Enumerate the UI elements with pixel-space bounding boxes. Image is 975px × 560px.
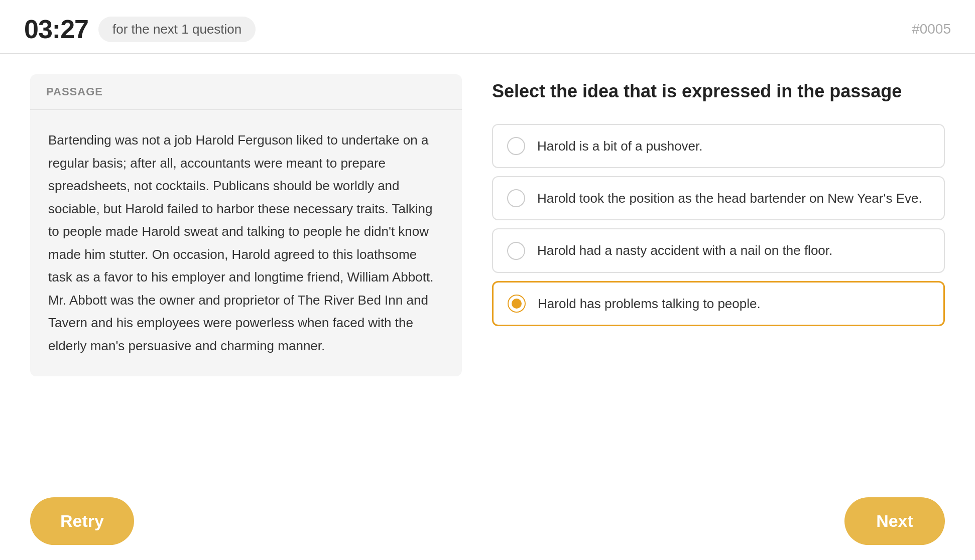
passage-panel: PASSAGE Bartending was not a job Harold … [30, 74, 462, 376]
option-d[interactable]: Harold has problems talking to people. [492, 281, 945, 326]
passage-body: Bartending was not a job Harold Ferguson… [30, 110, 462, 376]
option-b[interactable]: Harold took the position as the head bar… [492, 176, 945, 220]
timer-display: 03:27 [24, 14, 88, 44]
passage-label: PASSAGE [46, 85, 103, 98]
question-title: Select the idea that is expressed in the… [492, 79, 945, 104]
footer: Retry Next [0, 482, 975, 560]
option-c[interactable]: Harold had a nasty accident with a nail … [492, 228, 945, 272]
main-content: PASSAGE Bartending was not a job Harold … [0, 74, 975, 376]
option-a[interactable]: Harold is a bit of a pushover. [492, 124, 945, 168]
question-id: #0005 [912, 21, 951, 37]
radio-b[interactable] [507, 189, 525, 207]
timer-badge: for the next 1 question [98, 17, 256, 42]
radio-a[interactable] [507, 137, 525, 155]
radio-d-fill [512, 299, 522, 309]
options-list: Harold is a bit of a pushover. Harold to… [492, 124, 945, 327]
passage-header: PASSAGE [30, 74, 462, 110]
option-c-text: Harold had a nasty accident with a nail … [537, 241, 832, 259]
header: 03:27 for the next 1 question #0005 [0, 0, 975, 53]
question-panel: Select the idea that is expressed in the… [492, 74, 945, 326]
header-divider [0, 53, 975, 54]
radio-d[interactable] [508, 295, 526, 313]
option-a-text: Harold is a bit of a pushover. [537, 137, 703, 155]
next-button[interactable]: Next [844, 497, 945, 545]
header-left: 03:27 for the next 1 question [24, 14, 256, 44]
retry-button[interactable]: Retry [30, 497, 134, 545]
option-b-text: Harold took the position as the head bar… [537, 189, 922, 207]
option-d-text: Harold has problems talking to people. [538, 295, 761, 313]
radio-c[interactable] [507, 242, 525, 260]
